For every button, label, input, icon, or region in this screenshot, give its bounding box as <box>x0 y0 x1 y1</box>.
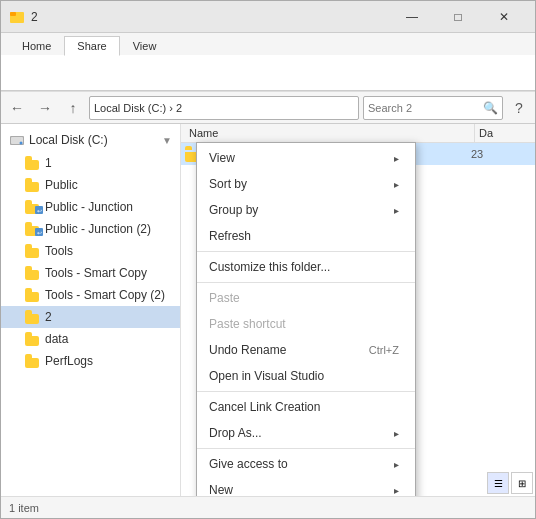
svg-point-4 <box>20 142 23 145</box>
folder-icon <box>25 156 41 170</box>
menu-label-refresh: Refresh <box>209 229 251 243</box>
maximize-button[interactable]: □ <box>435 1 481 33</box>
menu-item-new[interactable]: New ▸ <box>197 477 415 496</box>
menu-item-paste-shortcut: Paste shortcut <box>197 311 415 337</box>
sidebar-label-public-junction-2: Public - Junction (2) <box>45 222 151 236</box>
submenu-arrow-icon: ▸ <box>394 179 399 190</box>
sidebar-item-tools-smart-copy[interactable]: Tools - Smart Copy <box>1 262 180 284</box>
file-list-header: Name Da <box>181 124 535 143</box>
menu-label-undo-rename: Undo Rename <box>209 343 286 357</box>
sidebar-item-perflogs[interactable]: PerfLogs <box>1 350 180 372</box>
folder-icon-tools <box>25 244 41 258</box>
sidebar-label-2: 2 <box>45 310 52 324</box>
view-toggle-details[interactable]: ☰ <box>487 472 509 494</box>
help-button[interactable]: ? <box>507 96 531 120</box>
submenu-arrow-icon: ▸ <box>394 205 399 216</box>
item-count: 1 item <box>9 502 39 514</box>
breadcrumb: Local Disk (C:) › 2 <box>94 102 182 114</box>
menu-label-view: View <box>209 151 235 165</box>
sidebar-item-public[interactable]: Public <box>1 174 180 196</box>
svg-rect-1 <box>10 12 16 16</box>
sidebar-label-public: Public <box>45 178 78 192</box>
menu-label-paste-shortcut: Paste shortcut <box>209 317 286 331</box>
junction-folder-icon: ↩ <box>25 200 41 214</box>
address-bar: ← → ↑ Local Disk (C:) › 2 🔍 ? <box>1 92 535 124</box>
junction-overlay: ↩ <box>35 206 43 214</box>
column-name[interactable]: Name <box>181 124 475 142</box>
menu-label-drop-as: Drop As... <box>209 426 262 440</box>
menu-label-cancel-link: Cancel Link Creation <box>209 400 320 414</box>
minimize-button[interactable]: — <box>389 1 435 33</box>
submenu-arrow-icon: ▸ <box>394 459 399 470</box>
sidebar-label-tools-smart-copy-2: Tools - Smart Copy (2) <box>45 288 165 302</box>
back-button[interactable]: ← <box>5 96 29 120</box>
menu-item-refresh[interactable]: Refresh <box>197 223 415 249</box>
tab-view[interactable]: View <box>120 35 170 55</box>
main-content: Local Disk (C:) ▼ 1 Public <box>1 124 535 496</box>
menu-item-open-vs[interactable]: Open in Visual Studio <box>197 363 415 389</box>
window-controls: — □ ✕ <box>389 1 527 33</box>
menu-item-cancel-link[interactable]: Cancel Link Creation <box>197 394 415 420</box>
menu-item-drop-as[interactable]: Drop As... ▸ <box>197 420 415 446</box>
context-menu: View ▸ Sort by ▸ Group by ▸ Refresh <box>196 142 416 496</box>
menu-item-undo-rename[interactable]: Undo Rename Ctrl+Z <box>197 337 415 363</box>
view-toggle: ☰ ⊞ <box>485 470 535 496</box>
search-icon: 🔍 <box>483 101 498 115</box>
folder-icon-2 <box>25 310 41 324</box>
sidebar-label-tools-smart-copy: Tools - Smart Copy <box>45 266 147 280</box>
menu-separator-3 <box>197 391 415 392</box>
submenu-arrow-icon: ▸ <box>394 153 399 164</box>
menu-item-sort-by[interactable]: Sort by ▸ <box>197 171 415 197</box>
search-box[interactable]: 🔍 <box>363 96 503 120</box>
menu-label-give-access: Give access to <box>209 457 288 471</box>
sidebar-label-local-disk: Local Disk (C:) <box>29 133 108 147</box>
folder-icon-tools-smart-2 <box>25 288 41 302</box>
tab-home[interactable]: Home <box>9 35 64 55</box>
sidebar-item-2[interactable]: 2 <box>1 306 180 328</box>
junction-overlay-2: ↩ <box>35 228 43 236</box>
sidebar-item-local-disk[interactable]: Local Disk (C:) ▼ <box>1 128 180 152</box>
folder-icon <box>25 178 41 192</box>
forward-button[interactable]: → <box>33 96 57 120</box>
menu-item-paste: Paste <box>197 285 415 311</box>
sidebar-item-tools[interactable]: Tools <box>1 240 180 262</box>
sidebar-item-public-junction-2[interactable]: ↩ Public - Junction (2) <box>1 218 180 240</box>
search-input[interactable] <box>368 102 483 114</box>
file-date: 23 <box>471 148 531 160</box>
menu-label-paste: Paste <box>209 291 240 305</box>
sidebar-label-tools: Tools <box>45 244 73 258</box>
close-button[interactable]: ✕ <box>481 1 527 33</box>
menu-separator-1 <box>197 251 415 252</box>
menu-item-give-access[interactable]: Give access to ▸ <box>197 451 415 477</box>
column-date[interactable]: Da <box>475 124 535 142</box>
ribbon-tabs: Home Share View <box>1 33 535 55</box>
sidebar-label-1: 1 <box>45 156 52 170</box>
title-bar: 2 — □ ✕ <box>1 1 535 33</box>
menu-separator-2 <box>197 282 415 283</box>
menu-item-view[interactable]: View ▸ <box>197 145 415 171</box>
sidebar-item-public-junction[interactable]: ↩ Public - Junction <box>1 196 180 218</box>
sidebar-item-tools-smart-copy-2[interactable]: Tools - Smart Copy (2) <box>1 284 180 306</box>
menu-label-sort-by: Sort by <box>209 177 247 191</box>
sidebar-item-1[interactable]: 1 <box>1 152 180 174</box>
folder-icon-tools-smart <box>25 266 41 280</box>
folder-icon-perflogs <box>25 354 41 368</box>
ribbon-content <box>1 55 535 91</box>
drive-icon <box>9 132 25 148</box>
menu-label-open-vs: Open in Visual Studio <box>209 369 324 383</box>
folder-icon-data <box>25 332 41 346</box>
submenu-arrow-icon: ▸ <box>394 485 399 496</box>
window-title: 2 <box>31 10 389 24</box>
up-button[interactable]: ↑ <box>61 96 85 120</box>
menu-item-group-by[interactable]: Group by ▸ <box>197 197 415 223</box>
sidebar-label-data: data <box>45 332 68 346</box>
tab-share[interactable]: Share <box>64 36 119 56</box>
menu-separator-4 <box>197 448 415 449</box>
window-icon <box>9 9 25 25</box>
menu-item-customize[interactable]: Customize this folder... <box>197 254 415 280</box>
address-path[interactable]: Local Disk (C:) › 2 <box>89 96 359 120</box>
status-bar: 1 item <box>1 496 535 518</box>
sidebar-item-data[interactable]: data <box>1 328 180 350</box>
view-toggle-large[interactable]: ⊞ <box>511 472 533 494</box>
file-list-panel: Name Da ↗ 1 - SymbolicLink 23 View ▸ <box>181 124 535 496</box>
